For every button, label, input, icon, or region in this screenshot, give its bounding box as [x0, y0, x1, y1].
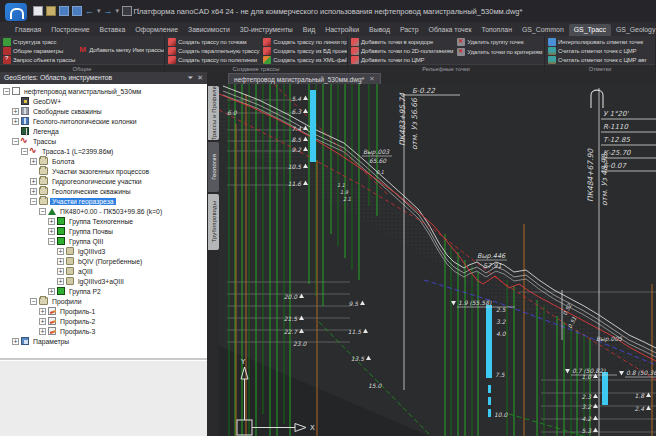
tree-item-9[interactable]: +Гидрогеологические участки — [0, 176, 207, 186]
udalit-gruppu-tochek-button[interactable]: Удалить группу точек — [457, 37, 542, 46]
expander-icon[interactable]: + — [12, 118, 19, 125]
expander-icon[interactable]: + — [12, 338, 19, 345]
redo-icon[interactable]: → — [104, 6, 113, 16]
expander-icon[interactable]: + — [48, 228, 55, 235]
tree-item-24[interactable]: +Профиль-3 — [0, 326, 207, 336]
expander-icon[interactable]: + — [39, 318, 46, 325]
expander-icon[interactable]: + — [57, 248, 64, 255]
ribbon-tab-vstavka[interactable]: Вставка — [95, 24, 131, 36]
expander-icon[interactable]: + — [30, 178, 37, 185]
struktura-trass-button[interactable]: Структура трасс — [3, 37, 75, 46]
tochki-v-koridore-button[interactable]: Добавить точки в коридоре — [351, 37, 453, 46]
zapros-obekta-trassy-button[interactable]: Запрос объекта трассы — [3, 55, 75, 64]
open-file-icon[interactable] — [46, 6, 56, 16]
tree-item-11[interactable]: −Участки георазреза — [0, 196, 207, 206]
expander-icon[interactable]: + — [57, 258, 64, 265]
expander-icon[interactable]: + — [48, 288, 55, 295]
tree-item-23[interactable]: +Профиль-2 — [0, 316, 207, 326]
new-document-icon[interactable] — [33, 6, 43, 16]
tree-item-2[interactable]: +Свободные скважины — [0, 106, 207, 116]
trassa-iz-bd-proekta-button[interactable]: Создать трассу из БД проекта — [263, 46, 347, 55]
ribbon-tab-oblaka-tochek[interactable]: Облака точек — [424, 24, 477, 36]
tree-item-21[interactable]: −Профили — [0, 296, 207, 306]
obshchie-parametry-button[interactable]: Общие параметры — [3, 46, 75, 55]
expander-icon[interactable]: + — [48, 218, 55, 225]
tree-item-6[interactable]: −Трасса-1 (L=2399.86м) — [0, 146, 207, 156]
tree-item-16[interactable]: +lgQIIIvd3 — [0, 246, 207, 256]
expander-icon[interactable]: − — [30, 298, 37, 305]
qat-options-icon[interactable]: ⋮ — [135, 7, 142, 15]
expander-icon[interactable]: − — [39, 208, 46, 215]
expander-icon[interactable]: + — [39, 308, 46, 315]
expander-icon[interactable]: − — [3, 88, 10, 95]
ribbon-tab-postroenie[interactable]: Построение — [46, 24, 94, 36]
expander-icon[interactable]: + — [30, 188, 37, 195]
ribbon-tab-gs-common[interactable]: GS_Common — [517, 24, 569, 36]
tree-item-15[interactable]: −Группа QIII — [0, 236, 207, 246]
ribbon-tab-vyvod[interactable]: Вывод — [364, 24, 395, 36]
tree-item-4[interactable]: Легенда — [0, 126, 207, 136]
side-tab-3[interactable]: Трубопроводы — [208, 194, 219, 250]
ribbon-tab-zavisimosti[interactable]: Зависимости — [183, 24, 235, 36]
redo-dropdown-icon[interactable]: ▾ — [116, 7, 120, 15]
expander-icon[interactable]: − — [48, 238, 55, 245]
schitat-otmetki-cmr-button[interactable]: Считать отметки точек с ЦМР — [548, 46, 647, 55]
trassa-po-polilinii-button[interactable]: Создать трассу по полилинии — [168, 55, 259, 64]
schitat-otmetki-cmr-avto-button[interactable]: Считать отметки точек с ЦМР авт — [548, 55, 647, 64]
tree-item-20[interactable]: +Группа P2 — [0, 286, 207, 296]
undo-icon[interactable]: ← — [85, 6, 94, 16]
expander-icon[interactable]: + — [57, 278, 64, 285]
ribbon-tab-topoplan[interactable]: Топоплан — [477, 24, 517, 36]
tree-item-22[interactable]: +Профиль-1 — [0, 306, 207, 316]
print-icon[interactable] — [122, 6, 132, 16]
tree-item-18[interactable]: +aQIII — [0, 266, 207, 276]
tree-item-25[interactable]: +Параметры — [0, 336, 207, 346]
save-icon[interactable] — [59, 6, 69, 16]
ribbon-tab-vid[interactable]: Вид — [298, 24, 320, 36]
tochki-po-2d-poliliniyam-button[interactable]: Добавить точки по 2D-полилиниям — [351, 46, 453, 55]
dobavit-metku-imya-trassy-button[interactable]: Добавить метку Имя трассы — [79, 46, 164, 55]
ribbon-tab-gs-geology[interactable]: GS_Geology — [611, 24, 656, 36]
tree-item-19[interactable]: +lgQIIIvd3+aQIII — [0, 276, 207, 286]
trassa-po-linii-profilya-button[interactable]: Создать трассу по линии профиля — [263, 37, 347, 46]
save-all-icon[interactable] — [72, 6, 82, 16]
tree-item-7[interactable]: +Болота — [0, 156, 207, 166]
ribbon-tab-rastr[interactable]: Растр — [395, 24, 424, 36]
tree-item-12[interactable]: −ПК480+0.00 - ПК503+99.86 (k=0) — [0, 206, 207, 216]
document-tab[interactable]: нефтепровод магистральный_530мм.dwg* ✕ — [228, 73, 381, 84]
tree-item-1[interactable]: GeoDW+ — [0, 96, 207, 106]
trassa-iz-xml-button[interactable]: Создать трассу из XML-файла — [263, 55, 347, 64]
tree-item-14[interactable]: +Группа Почвы — [0, 226, 207, 236]
close-tab-icon[interactable]: ✕ — [369, 75, 374, 83]
expander-icon[interactable]: + — [39, 328, 46, 335]
ribbon-tab-3d-instrumenty[interactable]: 3D-инструменты — [235, 24, 298, 36]
tree-item-10[interactable]: +Геологические скважины — [0, 186, 207, 196]
chevron-down-icon[interactable]: ⏷ — [188, 72, 194, 84]
udalit-tochki-po-kriteriyam-button[interactable]: Удалить точки по критериям — [457, 47, 542, 56]
ribbon-tab-nastroyki[interactable]: Настройки — [320, 24, 364, 36]
tree-item-0[interactable]: −нефтепровод магистральный_530мм — [0, 86, 207, 96]
close-icon[interactable]: ✕ — [197, 72, 203, 84]
drawing-canvas[interactable]: 5.46.37.48.59.210.511.620.021.522.79.511… — [219, 84, 656, 436]
expander-icon[interactable]: + — [57, 268, 64, 275]
tochki-po-cmr-button[interactable]: Добавить точки по ЦМР — [351, 55, 453, 64]
tree-item-8[interactable]: Участки экзогенных процессов — [0, 166, 207, 176]
palette-header[interactable]: GeoSeries: Область инструментов ⏷ ✕ — [0, 72, 207, 84]
side-tab-1[interactable]: Трассы и Профили — [208, 86, 219, 140]
expander-icon[interactable]: − — [21, 148, 28, 155]
trassa-po-tochkam-button[interactable]: Создать трассу по точкам — [168, 37, 259, 46]
expander-icon[interactable]: − — [12, 138, 19, 145]
parallelnaya-trassa-button[interactable]: Создать параллельную трассу — [168, 46, 259, 55]
expander-icon[interactable]: + — [30, 158, 37, 165]
tree-item-17[interactable]: +bQIV (Погребенные) — [0, 256, 207, 266]
undo-dropdown-icon[interactable]: ▾ — [97, 7, 101, 15]
ribbon-tab-glavnaya[interactable]: Главная — [10, 24, 46, 36]
expander-icon[interactable]: − — [30, 198, 37, 205]
tree-item-3[interactable]: +Геолого-литологические колонки — [0, 116, 207, 126]
tree-item-13[interactable]: +Группа Техногенные — [0, 216, 207, 226]
ribbon-tab-gs-trass[interactable]: GS_Трасс — [569, 24, 611, 36]
ribbon-tab-oformlenie[interactable]: Оформление — [130, 24, 183, 36]
expander-icon[interactable]: + — [12, 108, 19, 115]
side-tab-2[interactable]: Геология — [208, 142, 219, 192]
interpolirovat-otmetki-button[interactable]: Интерполировать отметки точек — [548, 37, 647, 46]
